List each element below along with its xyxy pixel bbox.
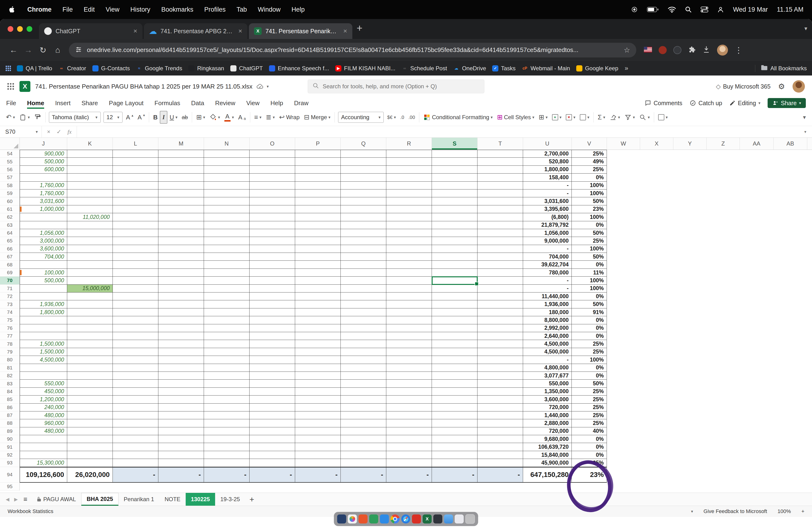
insert-cells-button[interactable]: +▾ [550, 111, 564, 124]
excel-logo-icon[interactable]: X [19, 81, 30, 92]
sheet-tab-19-3-25[interactable]: 19-3-25 [215, 493, 245, 506]
cell-R85[interactable] [386, 396, 432, 404]
cell-P83[interactable] [295, 380, 341, 387]
cell-L59[interactable] [113, 189, 158, 197]
cell-Q69[interactable] [341, 269, 386, 277]
cell-M73[interactable] [158, 300, 204, 308]
cell-S92[interactable] [432, 451, 477, 459]
account-avatar[interactable] [793, 80, 805, 92]
ribbon-tab-help[interactable]: Help [271, 97, 283, 109]
cell-J69[interactable]: 100,000 [20, 269, 67, 277]
select-all-corner[interactable] [0, 138, 20, 150]
cell-Q64[interactable] [341, 229, 386, 237]
cell-R68[interactable] [386, 261, 432, 268]
cell-P64[interactable] [295, 229, 341, 237]
cell-P87[interactable] [295, 411, 341, 419]
cell-P72[interactable] [295, 293, 341, 300]
cell-J73[interactable]: 1,936,000 [20, 300, 67, 308]
cell-S83[interactable] [432, 380, 477, 387]
cell-M86[interactable] [158, 404, 204, 411]
ribbon-tab-insert[interactable]: Insert [55, 97, 71, 109]
cell-Q91[interactable] [341, 443, 386, 451]
cell-T66[interactable] [477, 245, 523, 253]
ribbon-tab-data[interactable]: Data [191, 97, 204, 109]
cell-M72[interactable] [158, 293, 204, 300]
cell-Q57[interactable] [341, 174, 386, 181]
cell-Q93[interactable] [341, 459, 386, 467]
cell-O64[interactable] [249, 229, 295, 237]
column-header-R[interactable]: R [386, 138, 432, 150]
cell-K94[interactable]: 26,020,000 [67, 467, 113, 483]
cell-O68[interactable] [249, 261, 295, 268]
cell-L74[interactable] [113, 308, 158, 316]
ribbon-tab-draw[interactable]: Draw [294, 97, 309, 109]
cell-T92[interactable] [477, 451, 523, 459]
cell-S89[interactable] [432, 427, 477, 435]
dock-photos-icon[interactable] [348, 514, 357, 524]
cell-N87[interactable] [204, 411, 249, 419]
cell-V90[interactable]: 0% [572, 435, 607, 443]
cell-J57[interactable] [20, 174, 67, 181]
cell-L65[interactable] [113, 237, 158, 245]
row-header-84[interactable]: 84 [0, 388, 20, 396]
cell-R86[interactable] [386, 404, 432, 411]
settings-gear-icon[interactable]: ⚙ [778, 82, 785, 91]
cell-S74[interactable] [432, 308, 477, 316]
cell-M94[interactable]: - [158, 467, 204, 483]
cell-P78[interactable] [295, 340, 341, 348]
cell-J62[interactable] [20, 213, 67, 221]
cell-O67[interactable] [249, 253, 295, 261]
row-header-82[interactable]: 82 [0, 372, 20, 380]
cell-U65[interactable]: 9,000,000 [523, 237, 572, 245]
cell-L89[interactable] [113, 427, 158, 435]
cell-L78[interactable] [113, 340, 158, 348]
ribbon-tab-formulas[interactable]: Formulas [155, 97, 180, 109]
autosum-button[interactable]: Σ▾ [595, 111, 607, 124]
cell-R62[interactable] [386, 213, 432, 221]
cell-K87[interactable] [67, 411, 113, 419]
cell-O56[interactable] [249, 166, 295, 174]
cell-U69[interactable]: 780,000 [523, 269, 572, 277]
cell-O55[interactable] [249, 158, 295, 165]
cell-U79[interactable]: 4,500,000 [523, 348, 572, 356]
name-box[interactable]: S70▾ [0, 126, 42, 137]
cell-U92[interactable]: 15,840,000 [523, 451, 572, 459]
cell-M91[interactable] [158, 443, 204, 451]
cell-L94[interactable]: - [113, 467, 158, 483]
cell-P90[interactable] [295, 435, 341, 443]
cell-S72[interactable] [432, 293, 477, 300]
cell-P58[interactable] [295, 181, 341, 189]
cell-K73[interactable] [67, 300, 113, 308]
cell-T77[interactable] [477, 332, 523, 340]
row-header-66[interactable]: 66 [0, 245, 20, 253]
cell-R88[interactable] [386, 419, 432, 427]
cell-M92[interactable] [158, 451, 204, 459]
cell-V62[interactable]: 100% [572, 213, 607, 221]
borders-button[interactable]: ⊞▾ [194, 111, 207, 124]
cell-K80[interactable] [67, 356, 113, 364]
cell-Q62[interactable] [341, 213, 386, 221]
cell-V91[interactable]: 0% [572, 443, 607, 451]
home-icon[interactable]: ⌂ [51, 45, 64, 55]
bookmarks-overflow-icon[interactable]: » [621, 64, 632, 72]
cell-Q77[interactable] [341, 332, 386, 340]
flag-extension-icon[interactable] [644, 47, 652, 54]
cell-Q89[interactable] [341, 427, 386, 435]
cell-L58[interactable] [113, 181, 158, 189]
cell-M78[interactable] [158, 340, 204, 348]
cell-R76[interactable] [386, 324, 432, 332]
row-header-60[interactable]: 60 [0, 197, 20, 205]
dock-app-8-icon[interactable] [412, 514, 421, 524]
cell-Q85[interactable] [341, 396, 386, 404]
dock-app-10-icon[interactable] [433, 514, 442, 524]
cell-P68[interactable] [295, 261, 341, 268]
cell-U57[interactable]: 158,400 [523, 174, 572, 181]
cell-R78[interactable] [386, 340, 432, 348]
row-header-89[interactable]: 89 [0, 427, 20, 435]
cell-R55[interactable] [386, 158, 432, 165]
cell-K84[interactable] [67, 388, 113, 396]
cell-L82[interactable] [113, 372, 158, 380]
merge-button[interactable]: ⊟Merge▾ [302, 111, 333, 124]
extension-icon[interactable] [658, 46, 667, 54]
cell-V73[interactable]: 50% [572, 300, 607, 308]
